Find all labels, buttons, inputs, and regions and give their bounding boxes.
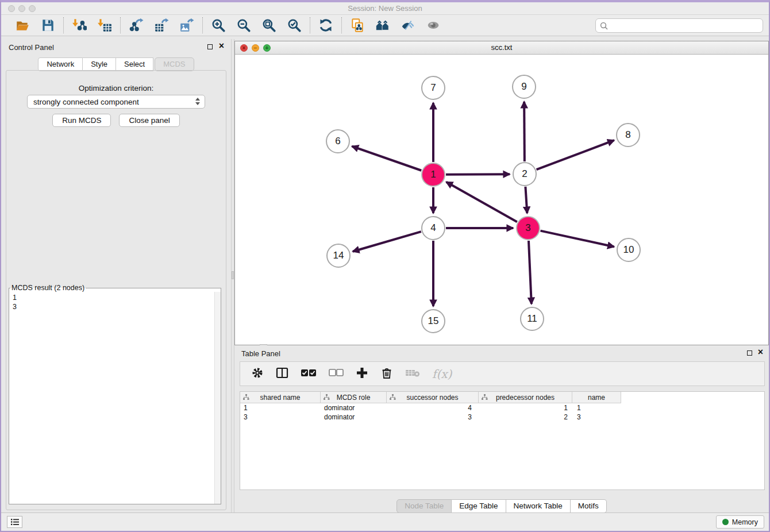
graph-node-14[interactable]: 14 — [326, 244, 351, 268]
column-header-successor-nodes[interactable]: successor nodes — [387, 392, 479, 403]
cell[interactable]: 3 — [240, 413, 321, 422]
control-panel-close-icon[interactable]: × — [219, 41, 224, 51]
criterion-value: strongly connected component — [33, 98, 139, 106]
graph-node-10[interactable]: 10 — [617, 238, 641, 262]
search-box[interactable] — [595, 18, 763, 33]
cell[interactable]: dominator — [321, 403, 387, 413]
network-canvas[interactable]: 7968124314101511 — [235, 55, 768, 345]
edge-3-1[interactable] — [446, 182, 517, 222]
tab-network-table[interactable]: Network Table — [506, 499, 571, 513]
list-icon — [10, 518, 20, 526]
memory-button[interactable]: Memory — [716, 515, 764, 529]
delete-columns-icon[interactable] — [380, 367, 393, 381]
optimization-criterion-label: Optimization criterion: — [6, 84, 226, 92]
cell[interactable]: 1 — [240, 403, 321, 413]
main-toolbar — [1, 15, 769, 36]
edge-1-6[interactable] — [352, 147, 422, 171]
network-window: × − + scc.txt 7968124314101511 — [234, 41, 769, 345]
table-panel-float-icon[interactable] — [747, 350, 752, 356]
cell[interactable]: 1 — [479, 403, 572, 413]
tab-style[interactable]: Style — [83, 57, 116, 71]
graph-node-11[interactable]: 11 — [520, 307, 544, 331]
status-bar: Memory — [1, 512, 769, 531]
clone-network-icon[interactable] — [350, 18, 365, 33]
application-window: Session: New Session — [0, 0, 770, 532]
graph-node-4[interactable]: 4 — [421, 216, 445, 240]
export-image-icon[interactable] — [179, 18, 194, 33]
edge-2-9[interactable] — [524, 102, 525, 161]
window-title: Session: New Session — [1, 4, 769, 13]
table-panel-close-icon[interactable]: × — [758, 347, 763, 357]
combo-stepper-icon — [195, 98, 200, 105]
export-network-icon[interactable] — [129, 18, 144, 33]
tab-edge-table[interactable]: Edge Table — [452, 499, 506, 513]
graph-node-6[interactable]: 6 — [326, 129, 350, 153]
memory-status-icon — [722, 519, 729, 525]
table-tabs: Node TableEdge TableNetwork TableMotifs — [234, 499, 769, 513]
graph-node-2[interactable]: 2 — [513, 162, 537, 186]
import-table-icon[interactable] — [97, 18, 112, 33]
graph-node-3[interactable]: 3 — [516, 216, 540, 240]
cell[interactable]: 3 — [387, 413, 479, 422]
graph-node-9[interactable]: 9 — [512, 75, 536, 99]
show-all-icon[interactable] — [426, 18, 441, 33]
select-all-columns-icon[interactable] — [301, 368, 317, 380]
cell[interactable]: 1 — [572, 403, 621, 413]
search-input[interactable] — [611, 20, 763, 32]
tab-network[interactable]: Network — [38, 57, 83, 71]
edge-3-11[interactable] — [529, 241, 532, 304]
column-header-shared-name[interactable]: shared name — [240, 392, 321, 403]
mcds-result-scrollbar[interactable] — [214, 292, 221, 504]
os-titlebar: Session: New Session — [1, 2, 769, 15]
edge-2-3[interactable] — [525, 187, 527, 213]
column-header-name[interactable]: name — [572, 392, 621, 403]
search-icon — [600, 22, 608, 30]
task-history-button[interactable] — [7, 516, 22, 528]
hide-selected-icon[interactable] — [401, 18, 415, 33]
run-mcds-button[interactable]: Run MCDS — [52, 114, 111, 127]
table-row[interactable]: 3dominator323 — [240, 413, 764, 422]
memory-label: Memory — [732, 518, 758, 526]
save-session-icon[interactable] — [40, 18, 55, 33]
control-panel-float-icon[interactable] — [207, 44, 213, 49]
zoom-out-icon[interactable] — [236, 18, 251, 33]
graph-node-7[interactable]: 7 — [421, 76, 445, 100]
criterion-select[interactable]: strongly connected component — [27, 95, 205, 109]
graph-node-15[interactable]: 15 — [421, 309, 445, 333]
zoom-fit-icon[interactable] — [261, 18, 276, 33]
workspace: Control Panel × NetworkStyleSelectMCDS O… — [1, 39, 769, 516]
edge-4-14[interactable] — [353, 232, 421, 252]
close-panel-button[interactable]: Close panel — [119, 114, 179, 127]
apply-layout-icon[interactable] — [318, 18, 333, 33]
toggle-panel-mode-icon[interactable] — [276, 367, 288, 381]
column-settings-icon[interactable] — [251, 367, 264, 381]
table-row[interactable]: 1dominator411 — [240, 403, 764, 413]
zoom-selected-icon[interactable] — [287, 18, 302, 33]
cell[interactable]: 3 — [572, 413, 621, 422]
splitter-grip[interactable] — [232, 271, 234, 279]
tab-node-table[interactable]: Node Table — [396, 499, 452, 513]
edge-2-8[interactable] — [537, 140, 614, 169]
tab-motifs[interactable]: Motifs — [571, 499, 607, 513]
tab-mcds[interactable]: MCDS — [155, 57, 194, 71]
tab-select[interactable]: Select — [116, 57, 153, 71]
cell[interactable]: 2 — [479, 413, 572, 422]
column-header-MCDS-role[interactable]: MCDS role — [321, 392, 387, 403]
graph-node-1[interactable]: 1 — [421, 163, 445, 187]
export-table-icon[interactable] — [154, 18, 169, 33]
unselect-all-columns-icon[interactable] — [329, 368, 344, 380]
create-column-icon[interactable] — [356, 367, 368, 381]
edge-1-2[interactable] — [446, 174, 510, 175]
column-header-predecessor-nodes[interactable]: predecessor nodes — [479, 392, 572, 403]
control-panel-title: Control Panel — [9, 43, 54, 52]
cell[interactable]: dominator — [321, 413, 387, 422]
edge-3-10[interactable] — [540, 231, 614, 247]
zoom-in-icon[interactable] — [211, 18, 226, 33]
cell[interactable]: 4 — [387, 403, 479, 413]
network-window-titlebar[interactable]: × − + scc.txt — [235, 41, 768, 55]
first-neighbors-icon[interactable] — [375, 18, 390, 33]
control-panel: Control Panel × NetworkStyleSelectMCDS O… — [1, 39, 231, 516]
import-network-icon[interactable] — [72, 18, 87, 33]
graph-node-8[interactable]: 8 — [616, 123, 640, 147]
open-session-icon[interactable] — [15, 18, 30, 33]
